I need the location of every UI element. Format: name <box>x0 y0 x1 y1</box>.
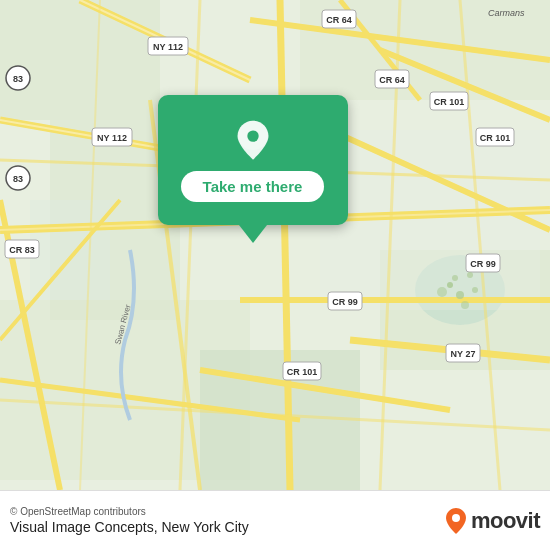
place-name-label: Visual Image Concepts, New York City <box>10 519 249 535</box>
svg-text:CR 101: CR 101 <box>434 97 465 107</box>
take-me-there-button[interactable]: Take me there <box>181 171 325 202</box>
svg-point-66 <box>467 272 473 278</box>
svg-text:CR 64: CR 64 <box>326 15 352 25</box>
svg-text:NY 112: NY 112 <box>97 133 127 143</box>
svg-text:Carmans: Carmans <box>488 8 525 18</box>
svg-point-67 <box>461 301 469 309</box>
location-popup: Take me there <box>155 95 350 243</box>
svg-point-68 <box>472 287 478 293</box>
moovit-brand-name: moovit <box>471 508 540 534</box>
svg-text:CR 101: CR 101 <box>480 133 511 143</box>
moovit-pin-icon <box>445 507 467 535</box>
svg-text:83: 83 <box>13 74 23 84</box>
svg-text:NY 27: NY 27 <box>451 349 476 359</box>
svg-text:CR 101: CR 101 <box>287 367 318 377</box>
svg-text:CR 64: CR 64 <box>379 75 405 85</box>
svg-text:CR 99: CR 99 <box>470 259 496 269</box>
svg-rect-1 <box>0 0 160 120</box>
popup-card: Take me there <box>158 95 348 225</box>
svg-text:CR 83: CR 83 <box>9 245 35 255</box>
popup-pointer <box>239 225 267 243</box>
svg-text:83: 83 <box>13 174 23 184</box>
svg-point-71 <box>452 514 460 522</box>
footer-info: © OpenStreetMap contributors Visual Imag… <box>10 506 249 535</box>
svg-point-65 <box>437 287 447 297</box>
svg-point-70 <box>247 130 258 141</box>
svg-point-62 <box>447 282 453 288</box>
svg-text:CR 99: CR 99 <box>332 297 358 307</box>
svg-point-63 <box>456 291 464 299</box>
map-container: NY 112 NY 112 CR 64 CR 64 CR 101 CR 101 … <box>0 0 550 490</box>
svg-rect-8 <box>30 200 110 300</box>
moovit-logo: moovit <box>445 507 540 535</box>
osm-attribution: © OpenStreetMap contributors <box>10 506 249 517</box>
svg-text:NY 112: NY 112 <box>153 42 183 52</box>
svg-point-64 <box>452 275 458 281</box>
location-pin-icon <box>231 119 275 163</box>
footer-bar: © OpenStreetMap contributors Visual Imag… <box>0 490 550 550</box>
map-background: NY 112 NY 112 CR 64 CR 64 CR 101 CR 101 … <box>0 0 550 490</box>
